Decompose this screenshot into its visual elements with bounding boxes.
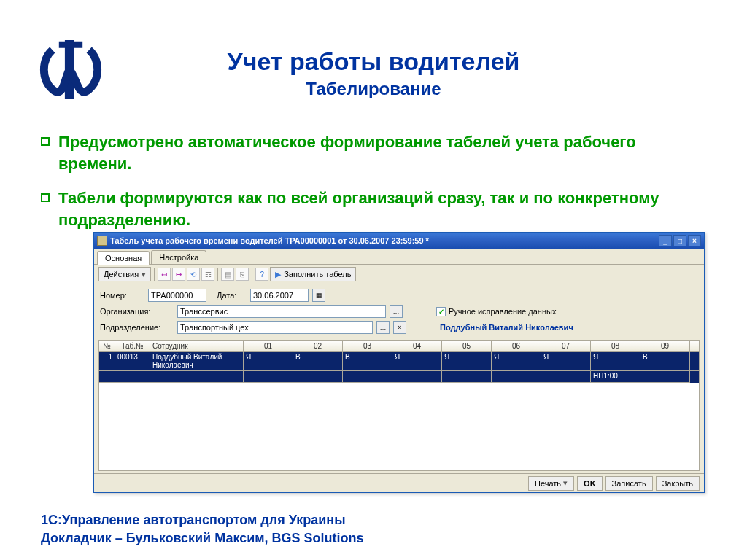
table-header: № Таб.№ Сотрудник 01 02 03 04 05 06 07 0…	[99, 341, 699, 352]
cell-day: Я	[392, 352, 442, 370]
col-day[interactable]: 08	[591, 341, 640, 351]
footer-line2: Докладчик – Бульковский Максим, BGS Solu…	[41, 529, 364, 547]
dept-input[interactable]	[177, 321, 373, 334]
cell-blank	[442, 371, 492, 383]
play-icon: ▶	[275, 270, 281, 279]
minimize-button[interactable]: _	[659, 235, 672, 246]
cell-blank	[343, 371, 392, 383]
date-label: Дата:	[217, 291, 246, 300]
dept-clear-button[interactable]: ×	[393, 321, 406, 334]
tab-settings[interactable]: Настройка	[151, 250, 206, 264]
col-emp[interactable]: Сотрудник	[150, 341, 244, 351]
actions-label: Действия	[104, 270, 139, 279]
toolbar: Действия▾ ↤ ↦ ⟲ ☶ ▤ ⎘ ? ▶Заполнить табел…	[94, 265, 704, 284]
sheet-icon[interactable]: ▤	[221, 268, 234, 281]
col-day[interactable]: 03	[343, 341, 392, 351]
chevron-down-icon: ▾	[142, 270, 146, 279]
window-icon	[97, 236, 107, 246]
col-day[interactable]: 01	[244, 341, 293, 351]
bullet-list: Предусмотрено автоматическое формировани…	[41, 131, 697, 244]
cell-day: В	[293, 352, 343, 370]
bullet-icon	[41, 193, 50, 202]
number-input[interactable]	[148, 289, 206, 302]
slide-title: Учет работы водителей	[0, 47, 747, 76]
cell-n: 1	[99, 352, 115, 370]
col-day[interactable]: 04	[392, 341, 442, 351]
cell-blank	[640, 371, 690, 383]
bullet-icon	[41, 137, 50, 146]
date-input[interactable]	[250, 289, 309, 302]
fill-label: Заполнить табель	[284, 270, 351, 279]
cell-day: Я	[244, 352, 293, 370]
cell-blank	[541, 371, 591, 383]
date-picker-button[interactable]: ▦	[312, 289, 325, 302]
struct-icon[interactable]: ☶	[201, 268, 214, 281]
table-row[interactable]: НП1:00	[99, 370, 699, 383]
window-title: Табель учета рабочего времени водителей …	[110, 236, 657, 245]
col-day[interactable]: 09	[640, 341, 690, 351]
fill-button[interactable]: ▶Заполнить табель	[270, 267, 356, 281]
bullet-text: Табели формируются как по всей организац…	[58, 187, 697, 230]
toolbar-separator	[252, 268, 252, 281]
titlebar[interactable]: Табель учета рабочего времени водителей …	[94, 233, 704, 249]
form-area: Номер: Дата: ▦ Организация: … ✓ Ручное и…	[94, 284, 704, 338]
print-button[interactable]: Печать▾	[528, 476, 574, 491]
tab-main[interactable]: Основная	[97, 251, 150, 265]
chevron-down-icon: ▾	[563, 478, 568, 488]
cell-blank	[244, 371, 293, 383]
cell-blank	[492, 371, 541, 383]
footer-line1: 1С:Управление автотранспортом для Украин…	[41, 511, 364, 529]
close-button[interactable]: ×	[688, 235, 701, 246]
prev-icon[interactable]: ↤	[158, 268, 171, 281]
next-icon[interactable]: ↦	[172, 268, 185, 281]
bullet-text: Предусмотрено автоматическое формировани…	[58, 131, 697, 174]
cell-day: В	[343, 352, 392, 370]
bullet-item: Табели формируются как по всей организац…	[41, 187, 697, 230]
cell-blank	[115, 371, 150, 383]
employee-highlight: Поддубный Виталий Николаевич	[440, 323, 573, 332]
tabs: Основная Настройка	[94, 249, 704, 265]
close-button-footer[interactable]: Закрыть	[656, 476, 700, 491]
col-n[interactable]: №	[99, 341, 115, 351]
org-input[interactable]	[177, 305, 386, 318]
ok-button[interactable]: OK	[577, 476, 603, 491]
cell-day: В	[640, 352, 690, 370]
cell-blank	[99, 371, 115, 383]
manual-label: Ручное исправление данных	[449, 307, 556, 316]
refresh-icon[interactable]: ⟲	[187, 268, 200, 281]
col-day[interactable]: 07	[541, 341, 591, 351]
number-label: Номер:	[100, 291, 144, 300]
toolbar-separator	[217, 268, 218, 281]
slide-subtitle: Табелирование	[0, 79, 747, 99]
org-pick-button[interactable]: …	[390, 305, 403, 318]
help-icon[interactable]: ?	[255, 268, 268, 281]
cell-day: Я	[591, 352, 640, 370]
dept-pick-button[interactable]: …	[376, 321, 390, 334]
slide-footer: 1С:Управление автотранспортом для Украин…	[41, 511, 364, 547]
org-label: Организация:	[100, 307, 173, 316]
cell-day: Я	[492, 352, 541, 370]
timesheet-table[interactable]: № Таб.№ Сотрудник 01 02 03 04 05 06 07 0…	[98, 340, 700, 471]
actions-menu[interactable]: Действия▾	[98, 267, 151, 281]
col-day[interactable]: 06	[492, 341, 541, 351]
cell-blank	[150, 371, 244, 383]
maximize-button[interactable]: □	[673, 235, 686, 246]
col-day[interactable]: 02	[293, 341, 343, 351]
save-button[interactable]: Записать	[605, 476, 653, 491]
manual-checkbox[interactable]: ✓	[436, 307, 446, 316]
cell-blank	[293, 371, 343, 383]
cell-day: Я	[442, 352, 492, 370]
cell-tabn: 00013	[115, 352, 150, 370]
window-footer: Печать▾ OK Записать Закрыть	[94, 473, 704, 492]
cell-day: Я	[541, 352, 591, 370]
cell-blank	[392, 371, 442, 383]
col-day[interactable]: 05	[442, 341, 492, 351]
bullet-item: Предусмотрено автоматическое формировани…	[41, 131, 697, 174]
table-body: 1 00013 Поддубный Виталий Николаевич Я В…	[99, 352, 699, 383]
table-row[interactable]: 1 00013 Поддубный Виталий Николаевич Я В…	[99, 352, 699, 370]
col-tabn[interactable]: Таб.№	[115, 341, 150, 351]
copy-icon[interactable]: ⎘	[236, 268, 249, 281]
cell-extra: НП1:00	[591, 371, 640, 383]
app-window: Табель учета рабочего времени водителей …	[93, 232, 705, 493]
cell-emp: Поддубный Виталий Николаевич	[150, 352, 244, 370]
